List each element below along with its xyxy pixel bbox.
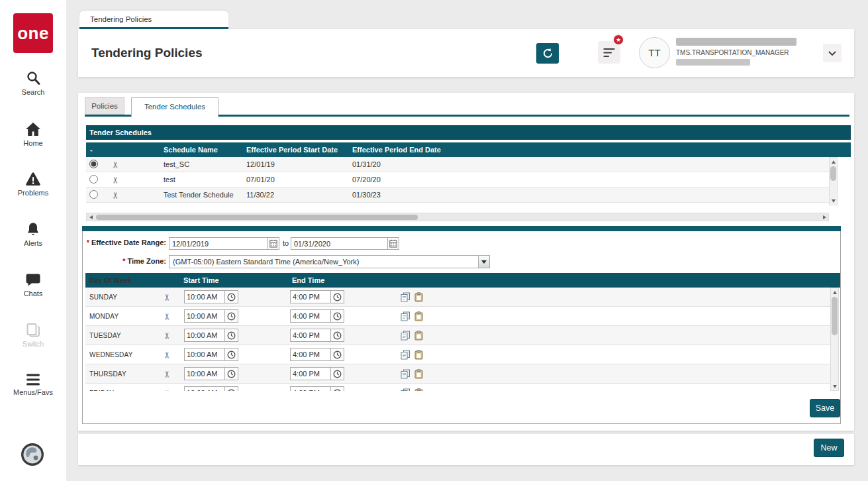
end-time-input[interactable] <box>290 367 331 380</box>
paste-icon[interactable] <box>414 388 423 392</box>
copy-icon[interactable] <box>401 350 410 360</box>
week-vertical-scrollbar[interactable] <box>830 288 839 391</box>
start-time-input[interactable] <box>184 348 225 361</box>
schedule-row[interactable]: ✂ test_SC 12/01/19 01/31/20 <box>86 157 829 172</box>
effective-start-date-input[interactable] <box>169 237 268 250</box>
one-logo[interactable]: one <box>13 13 53 53</box>
refresh-button[interactable] <box>536 43 559 64</box>
detail-panel-divider <box>82 226 841 231</box>
scroll-down-arrow[interactable] <box>830 197 837 205</box>
sidebar-item-label: Search <box>0 88 66 96</box>
start-time-input[interactable] <box>184 290 225 303</box>
clock-icon[interactable] <box>225 290 238 303</box>
time-zone-value: (GMT-05:00) Eastern Standard Time (Ameri… <box>173 258 359 266</box>
end-time-input[interactable] <box>290 329 331 342</box>
cut-row-icon[interactable]: ✂ <box>111 161 121 168</box>
paste-icon[interactable] <box>414 369 423 379</box>
cut-cell: ✂ <box>154 291 179 303</box>
copy-icon[interactable] <box>401 369 410 379</box>
start-time-input[interactable] <box>184 329 225 342</box>
paste-icon[interactable] <box>414 331 423 341</box>
paste-icon[interactable] <box>414 350 423 360</box>
end-date-cell: 07/20/20 <box>348 176 458 184</box>
select-schedule-radio[interactable] <box>89 190 98 199</box>
time-zone-select[interactable]: (GMT-05:00) Eastern Standard Time (Ameri… <box>169 255 490 268</box>
clock-icon[interactable] <box>331 309 344 323</box>
scrollbar-thumb[interactable] <box>830 166 836 181</box>
required-mark: * <box>87 239 89 246</box>
scroll-up-arrow[interactable] <box>831 288 838 296</box>
clock-icon[interactable] <box>225 386 238 391</box>
cut-row-icon[interactable]: ✂ <box>162 370 172 378</box>
paste-icon[interactable] <box>414 292 423 302</box>
clock-icon[interactable] <box>331 290 344 303</box>
required-mark: * <box>122 257 125 265</box>
clock-icon[interactable] <box>225 367 238 380</box>
calendar-icon[interactable] <box>388 237 399 250</box>
cut-row-icon[interactable]: ✂ <box>162 313 172 320</box>
end-time-input[interactable] <box>290 348 331 361</box>
scroll-left-arrow[interactable] <box>87 213 95 221</box>
cut-row-icon[interactable]: ✂ <box>162 332 172 339</box>
cut-row-icon[interactable]: ✂ <box>162 390 172 391</box>
scrollbar-thumb[interactable] <box>832 297 838 335</box>
start-time-input[interactable] <box>184 386 225 391</box>
copy-icon[interactable] <box>401 292 410 302</box>
cut-row-icon[interactable]: ✂ <box>111 191 121 199</box>
copy-icon[interactable] <box>401 311 410 321</box>
sidebar-item-home[interactable]: Home <box>0 121 66 147</box>
copy-icon[interactable] <box>401 331 410 341</box>
schedules-vertical-scrollbar[interactable] <box>829 157 838 205</box>
row-actions <box>398 388 458 392</box>
day-row: FRIDAY ✂ <box>85 384 830 391</box>
home-icon <box>24 121 42 137</box>
scroll-right-arrow[interactable] <box>820 213 828 221</box>
cut-cell: ✂ <box>108 190 160 200</box>
schedules-horizontal-scrollbar[interactable] <box>86 213 829 221</box>
clock-icon[interactable] <box>331 348 344 361</box>
clock-icon[interactable] <box>331 367 344 380</box>
start-time-input[interactable] <box>184 367 225 380</box>
scrollbar-thumb[interactable] <box>96 215 418 220</box>
start-date-cell: 07/01/20 <box>242 176 348 184</box>
schedule-row[interactable]: ✂ test 07/01/20 07/20/20 <box>86 172 829 187</box>
clock-icon[interactable] <box>331 386 344 391</box>
copy-icon-image <box>401 369 410 379</box>
cut-row-icon[interactable]: ✂ <box>111 176 121 184</box>
sidebar: one Search Home Problems Alerts Chats Sw… <box>0 0 66 481</box>
save-button[interactable]: Save <box>810 399 840 417</box>
sidebar-item-chats[interactable]: Chats <box>0 272 66 297</box>
new-button[interactable]: New <box>814 439 844 457</box>
user-menu-button[interactable] <box>823 44 842 62</box>
clock-icon[interactable] <box>331 329 344 342</box>
end-time-input[interactable] <box>290 386 331 391</box>
scroll-down-arrow[interactable] <box>831 382 838 390</box>
sidebar-item-search[interactable]: Search <box>0 70 66 96</box>
cut-row-icon[interactable]: ✂ <box>162 351 172 358</box>
end-time-input[interactable] <box>290 290 331 303</box>
avatar[interactable]: TT <box>639 37 670 68</box>
clock-icon[interactable] <box>225 348 238 361</box>
sidebar-item-menus-favs[interactable]: Menus/Favs <box>0 373 66 396</box>
end-time-input[interactable] <box>290 309 331 323</box>
select-schedule-radio[interactable] <box>89 175 98 184</box>
sidebar-item-problems[interactable]: Problems <box>0 171 66 197</box>
schedule-row[interactable]: ✂ Test Tender Schedule 11/30/22 01/30/23 <box>86 187 829 203</box>
schedule-detail-form: *Effective Date Range: to *Time Zone: (G… <box>82 231 841 424</box>
tab-tender-schedules[interactable]: Tender Schedules <box>131 97 218 117</box>
clock-icon-image <box>227 370 236 378</box>
cut-row-icon[interactable]: ✂ <box>162 294 172 301</box>
clock-icon[interactable] <box>225 329 238 342</box>
effective-end-date-input[interactable] <box>291 237 388 250</box>
sidebar-item-alerts[interactable]: Alerts <box>0 221 66 247</box>
clock-icon[interactable] <box>225 309 238 323</box>
calendar-icon[interactable] <box>268 237 279 250</box>
window-tab-tendering-policies[interactable]: Tendering Policies <box>79 11 228 29</box>
select-schedule-radio[interactable] <box>89 160 98 168</box>
scroll-up-arrow[interactable] <box>830 158 837 166</box>
tab-policies[interactable]: Policies <box>85 97 124 115</box>
globe-icon[interactable] <box>20 442 45 467</box>
start-time-input[interactable] <box>184 309 225 323</box>
copy-icon[interactable] <box>401 388 410 392</box>
paste-icon[interactable] <box>414 311 423 321</box>
